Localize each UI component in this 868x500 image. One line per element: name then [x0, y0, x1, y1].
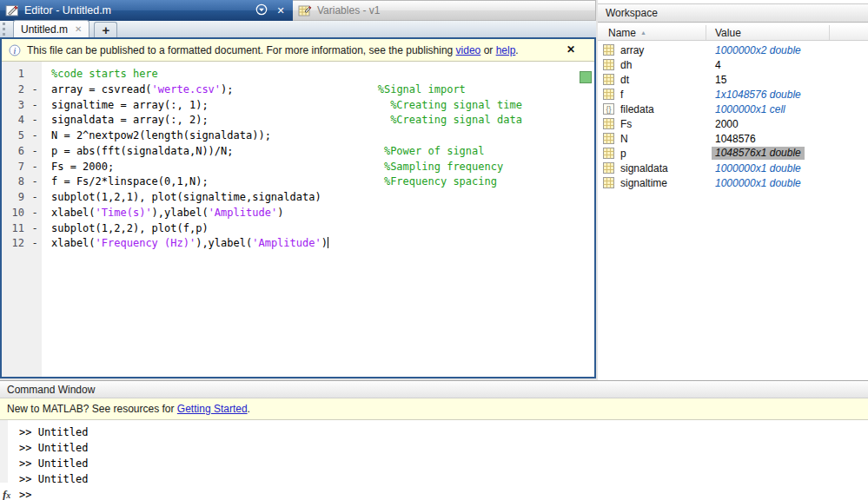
command-window-body[interactable]: >> Untitled>> Untitled>> Untitled>> Unti… — [0, 420, 868, 500]
command-history-line: >> Untitled — [19, 424, 868, 440]
gutter-line[interactable]: 6- — [2, 144, 42, 160]
drag-grip[interactable] — [3, 23, 5, 36]
variable-value[interactable]: 1x1048576 double — [715, 89, 801, 101]
publish-help-link[interactable]: help — [496, 44, 516, 56]
workspace-variable-list: array1000000x2 doubledh4dt15f1x1048576 d… — [598, 41, 868, 190]
info-bar-close-icon[interactable]: ✕ — [567, 43, 575, 56]
editor-titlebar: Editor - Untitled.m ✕ Variables - v1 — [0, 0, 596, 21]
code-line[interactable]: subplot(1,2,2), plot(f,p) — [51, 221, 594, 237]
variable-name: p — [620, 148, 626, 160]
column-header-value[interactable]: Value — [706, 25, 830, 40]
workspace-row[interactable]: dh4 — [598, 57, 868, 72]
code-line[interactable]: Fs = 2000; %Sampling frequency — [51, 160, 594, 175]
gutter-line[interactable]: 12- — [2, 236, 42, 252]
variable-value[interactable]: 2000 — [715, 118, 739, 130]
editor-title: Editor - Untitled.m — [24, 4, 249, 16]
command-history: >> Untitled>> Untitled>> Untitled>> Unti… — [0, 420, 868, 487]
command-prompt[interactable]: >> — [19, 489, 31, 500]
variable-value[interactable]: 1000000x1 double — [715, 177, 801, 189]
variable-name: f — [620, 89, 623, 101]
cell-array-icon: {} — [603, 103, 614, 115]
variable-name: signaltime — [620, 177, 667, 189]
variables-title: Variables - v1 — [317, 4, 380, 16]
numeric-array-icon — [603, 118, 614, 129]
publish-info-bar: i This file can be published to a format… — [2, 39, 594, 62]
numeric-array-icon — [603, 74, 614, 85]
code-line[interactable]: signaltime = array(:, 1); %Creating sign… — [51, 98, 594, 114]
tab-close-icon[interactable]: ✕ — [75, 24, 82, 34]
gutter-line[interactable]: 5- — [2, 128, 42, 144]
publish-info-text: This file can be published to a formatte… — [27, 44, 519, 56]
variable-value[interactable]: 1048576x1 double — [712, 147, 805, 160]
code-line[interactable]: signaldata = array(:, 2); %Creating sign… — [51, 113, 594, 128]
dock-menu-icon[interactable] — [255, 3, 268, 17]
numeric-array-icon — [603, 148, 614, 159]
code-line[interactable]: array = csvread('werte.csv'); %Signal im… — [51, 82, 594, 98]
gutter-line[interactable]: 8- — [2, 174, 42, 190]
code-lines[interactable]: %code starts herearray = csvread('werte.… — [42, 62, 594, 377]
code-editor[interactable]: 12-3-4-5-6-7-8-9-10-11-12- %code starts … — [2, 62, 594, 377]
workspace-row[interactable]: f1x1048576 double — [598, 87, 868, 102]
column-header-empty — [830, 25, 868, 40]
workspace-panel: Workspace Name ▲ Value array1000000x2 do… — [598, 0, 868, 380]
variable-value[interactable]: 1000000x1 cell — [715, 103, 785, 115]
gutter-line[interactable]: 1 — [2, 67, 42, 82]
workspace-row[interactable]: Fs2000 — [598, 116, 868, 131]
code-line[interactable]: xlabel('Frequency (Hz)'),ylabel('Amplitu… — [51, 236, 594, 252]
workspace-row[interactable]: {}filedata1000000x1 cell — [598, 102, 868, 116]
command-window-margin — [0, 420, 8, 483]
new-to-matlab-banner: New to MATLAB? See resources for Getting… — [0, 398, 868, 420]
new-tab-button[interactable]: + — [94, 22, 117, 37]
gutter-line[interactable]: 7- — [2, 160, 42, 175]
variables-titlebar-inactive[interactable]: Variables - v1 — [293, 0, 596, 21]
editor-tabbar: Untitled.m ✕ + — [0, 21, 596, 39]
code-line[interactable]: f = Fs/2*linspace(0,1,N); %Frequency spa… — [51, 174, 594, 190]
code-line[interactable]: N = 2^nextpow2(length(signaldata)); — [51, 128, 594, 144]
editor-pencil-icon — [5, 3, 19, 17]
column-header-name[interactable]: Name ▲ — [598, 25, 706, 40]
workspace-column-headers: Name ▲ Value — [598, 25, 868, 41]
workspace-row[interactable]: N1048576 — [598, 131, 868, 146]
svg-text:i: i — [14, 45, 17, 55]
workspace-row[interactable]: signaldata1000000x1 double — [598, 161, 868, 175]
text-cursor — [328, 237, 328, 248]
info-icon: i — [9, 44, 21, 56]
command-prompt-row[interactable]: fx >> — [0, 487, 868, 500]
gutter-line[interactable]: 4- — [2, 113, 42, 128]
workspace-row[interactable]: array1000000x2 double — [598, 43, 868, 57]
code-line[interactable]: p = abs(fft(signaldata,N))/N; %Power of … — [51, 144, 594, 160]
numeric-array-icon — [603, 177, 614, 188]
gutter: 12-3-4-5-6-7-8-9-10-11-12- — [2, 62, 42, 377]
code-line[interactable]: subplot(1,2,1), plot(signaltime,signalda… — [51, 190, 594, 206]
publish-video-link[interactable]: video — [456, 44, 481, 56]
variable-value[interactable]: 1048576 — [715, 133, 756, 145]
variable-name: array — [620, 44, 644, 56]
command-window-title[interactable]: Command Window — [0, 380, 868, 398]
variable-name: dh — [620, 59, 632, 71]
gutter-line[interactable]: 11- — [2, 221, 42, 237]
workspace-row[interactable]: signaltime1000000x1 double — [598, 175, 868, 190]
numeric-array-icon — [603, 59, 614, 70]
gutter-line[interactable]: 10- — [2, 206, 42, 221]
gutter-line[interactable]: 9- — [2, 190, 42, 206]
gutter-line[interactable]: 2- — [2, 82, 42, 98]
variable-value[interactable]: 4 — [715, 59, 721, 71]
numeric-array-icon — [603, 133, 614, 144]
editor-close-icon[interactable]: ✕ — [274, 5, 288, 16]
code-line[interactable]: xlabel('Time(s)'),ylabel('Amplitude') — [51, 206, 594, 221]
getting-started-link[interactable]: Getting Started — [177, 403, 248, 415]
code-analyzer-indicator[interactable] — [580, 71, 592, 83]
fx-function-hints-icon[interactable]: fx — [3, 488, 19, 500]
gutter-line[interactable]: 3- — [2, 98, 42, 114]
workspace-row[interactable]: dt15 — [598, 72, 868, 87]
code-line[interactable]: %code starts here — [51, 67, 594, 82]
workspace-row[interactable]: p1048576x1 double — [598, 146, 868, 161]
variable-value[interactable]: 1000000x2 double — [715, 44, 801, 56]
variable-name: Fs — [620, 118, 632, 130]
editor-titlebar-active[interactable]: Editor - Untitled.m ✕ — [0, 0, 293, 21]
variable-value[interactable]: 1000000x1 double — [715, 162, 801, 174]
variable-value[interactable]: 15 — [715, 74, 726, 86]
numeric-array-icon — [603, 44, 614, 56]
workspace-title[interactable]: Workspace — [598, 3, 868, 23]
tab-untitled[interactable]: Untitled.m ✕ — [13, 20, 89, 37]
